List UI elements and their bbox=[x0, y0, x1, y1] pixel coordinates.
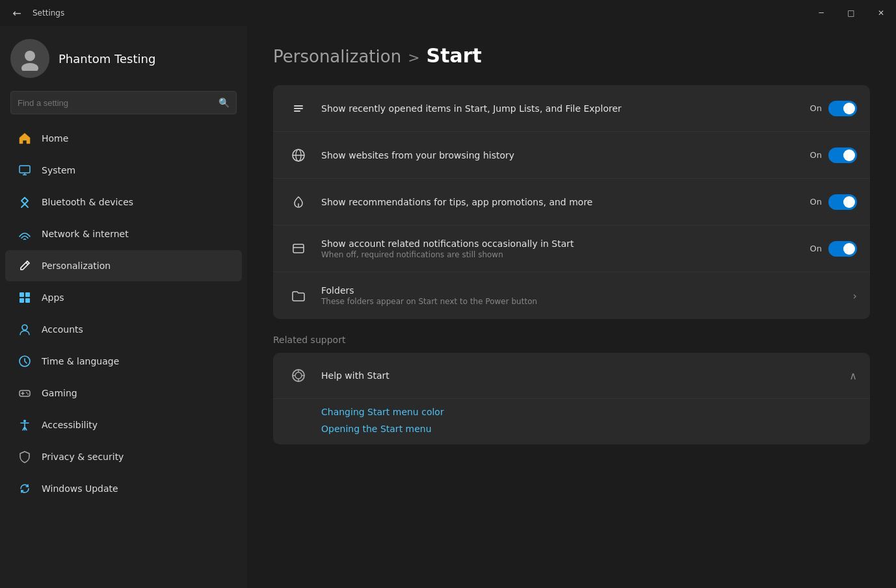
row-icon-recent-items bbox=[286, 96, 311, 121]
row-title: Show recently opened items in Start, Jum… bbox=[321, 103, 810, 114]
toggle-account-notifs[interactable] bbox=[828, 241, 857, 257]
row-control: On bbox=[810, 241, 857, 257]
back-button[interactable]: ← bbox=[8, 4, 26, 22]
breadcrumb: Personalization > Start bbox=[273, 44, 870, 67]
toggle-label: On bbox=[810, 103, 822, 113]
chevron-right-icon: › bbox=[853, 290, 857, 302]
maximize-button[interactable]: □ bbox=[836, 0, 866, 26]
sidebar-item-label: Network & internet bbox=[42, 229, 129, 239]
toggle-label: On bbox=[810, 244, 822, 253]
help-section: Help with Start ∧ Changing Start menu co… bbox=[273, 353, 870, 444]
row-icon-websites bbox=[286, 143, 311, 168]
row-control: On bbox=[810, 101, 857, 116]
settings-row-folders[interactable]: Folders These folders appear on Start ne… bbox=[273, 272, 870, 319]
settings-row-websites[interactable]: Show websites from your browsing history… bbox=[273, 132, 870, 179]
window-controls: ─ □ ✕ bbox=[806, 0, 896, 26]
row-text: Show recently opened items in Start, Jum… bbox=[321, 103, 810, 114]
sidebar-item-label: Home bbox=[42, 133, 68, 144]
toggle-thumb bbox=[843, 196, 855, 208]
svg-point-1 bbox=[21, 63, 38, 71]
svg-point-12 bbox=[26, 392, 27, 394]
sidebar-item-update[interactable]: Windows Update bbox=[5, 473, 242, 504]
close-button[interactable]: ✕ bbox=[866, 0, 896, 26]
sidebar-item-apps[interactable]: Apps bbox=[5, 282, 242, 313]
svg-rect-22 bbox=[293, 244, 304, 253]
help-links: Changing Start menu colorOpening the Sta… bbox=[273, 399, 870, 444]
app-body: Phantom Testing 🔍 Home System Bluetooth … bbox=[0, 26, 896, 588]
sidebar-item-personalization[interactable]: Personalization bbox=[5, 250, 242, 281]
sidebar-nav: Home System Bluetooth & devices Network … bbox=[0, 122, 247, 505]
gaming-icon bbox=[16, 384, 34, 402]
sidebar-item-label: Personalization bbox=[42, 261, 111, 271]
settings-row-recommendations[interactable]: Show recommendations for tips, app promo… bbox=[273, 179, 870, 225]
sidebar-item-bluetooth[interactable]: Bluetooth & devices bbox=[5, 186, 242, 218]
help-with-start-header[interactable]: Help with Start ∧ bbox=[273, 353, 870, 399]
system-icon bbox=[16, 161, 34, 179]
row-title: Folders bbox=[321, 285, 853, 296]
home-icon bbox=[16, 129, 34, 147]
row-text: Show account related notifications occas… bbox=[321, 238, 810, 259]
svg-point-7 bbox=[22, 325, 27, 330]
settings-row-recent-items[interactable]: Show recently opened items in Start, Jum… bbox=[273, 85, 870, 132]
sidebar-item-accessibility[interactable]: Accessibility bbox=[5, 409, 242, 441]
personalization-icon bbox=[16, 257, 34, 275]
update-icon bbox=[16, 479, 34, 498]
help-link-1[interactable]: Opening the Start menu bbox=[321, 424, 857, 434]
accounts-icon bbox=[16, 320, 34, 339]
sidebar-item-accounts[interactable]: Accounts bbox=[5, 314, 242, 345]
search-box[interactable]: 🔍 bbox=[10, 91, 237, 114]
row-title: Show websites from your browsing history bbox=[321, 150, 810, 160]
sidebar-item-home[interactable]: Home bbox=[5, 123, 242, 154]
row-subtitle: These folders appear on Start next to th… bbox=[321, 297, 853, 306]
sidebar-item-system[interactable]: System bbox=[5, 155, 242, 186]
toggle-websites[interactable] bbox=[828, 147, 857, 163]
toggle-thumb bbox=[843, 243, 855, 255]
svg-rect-3 bbox=[20, 292, 24, 297]
toggle-recent-items[interactable] bbox=[828, 101, 857, 116]
row-icon-folders bbox=[286, 283, 311, 308]
sidebar-item-label: Accessibility bbox=[42, 420, 98, 430]
sidebar-item-time[interactable]: Time & language bbox=[5, 346, 242, 377]
sidebar-item-label: Time & language bbox=[42, 356, 119, 366]
settings-row-account-notifs[interactable]: Show account related notifications occas… bbox=[273, 225, 870, 272]
breadcrumb-parent: Personalization bbox=[273, 47, 401, 66]
toggle-thumb bbox=[843, 103, 855, 114]
titlebar: ← Settings ─ □ ✕ bbox=[0, 0, 896, 26]
sidebar-item-network[interactable]: Network & internet bbox=[5, 218, 242, 249]
app-title: Settings bbox=[33, 8, 64, 18]
sidebar-item-label: Apps bbox=[42, 292, 64, 303]
search-icon: 🔍 bbox=[218, 97, 230, 108]
svg-point-24 bbox=[295, 372, 302, 379]
row-title: Show account related notifications occas… bbox=[321, 238, 810, 249]
help-link-0[interactable]: Changing Start menu color bbox=[321, 407, 857, 417]
svg-point-14 bbox=[23, 420, 26, 422]
sidebar-item-label: Gaming bbox=[42, 388, 77, 398]
minimize-button[interactable]: ─ bbox=[806, 0, 836, 26]
search-input[interactable] bbox=[18, 98, 218, 108]
row-icon-account-notifs bbox=[286, 236, 311, 261]
svg-point-0 bbox=[25, 51, 35, 61]
sidebar-item-label: Bluetooth & devices bbox=[42, 197, 133, 207]
row-text: Show websites from your browsing history bbox=[321, 150, 810, 160]
sidebar-item-label: Privacy & security bbox=[42, 452, 124, 462]
user-name: Phantom Testing bbox=[59, 52, 155, 66]
user-profile[interactable]: Phantom Testing bbox=[0, 26, 247, 88]
breadcrumb-current: Start bbox=[427, 44, 482, 67]
sidebar-item-gaming[interactable]: Gaming bbox=[5, 377, 242, 409]
row-subtitle: When off, required notifications are sti… bbox=[321, 250, 810, 259]
privacy-icon bbox=[16, 448, 34, 466]
accessibility-icon bbox=[16, 416, 34, 434]
toggle-label: On bbox=[810, 197, 822, 207]
svg-point-13 bbox=[27, 394, 29, 395]
toggle-recommendations[interactable] bbox=[828, 194, 857, 210]
apps-icon bbox=[16, 288, 34, 307]
toggle-thumb bbox=[843, 149, 855, 161]
search-area: 🔍 bbox=[0, 88, 247, 122]
settings-section: Show recently opened items in Start, Jum… bbox=[273, 85, 870, 319]
avatar bbox=[10, 39, 49, 78]
related-support-title: Related support bbox=[273, 335, 870, 345]
svg-rect-4 bbox=[25, 292, 30, 297]
sidebar-item-label: System bbox=[42, 165, 75, 175]
sidebar-item-privacy[interactable]: Privacy & security bbox=[5, 441, 242, 472]
breadcrumb-separator: > bbox=[408, 49, 419, 66]
